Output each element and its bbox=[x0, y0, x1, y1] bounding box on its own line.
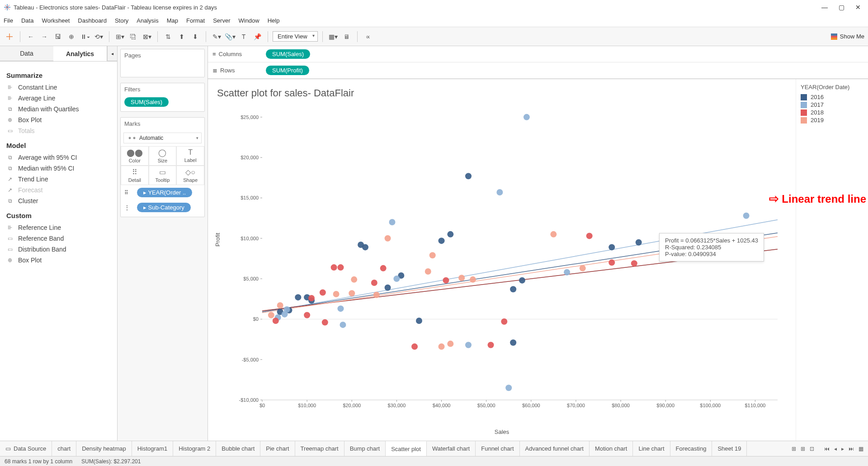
analytics-median-with-95-ci[interactable]: ⧉Median with 95% CI bbox=[6, 163, 111, 174]
close-button[interactable]: ✕ bbox=[855, 4, 861, 11]
tab-analytics[interactable]: Analytics bbox=[53, 46, 107, 61]
marks-type-dropdown[interactable]: ⚬⚬Automatic bbox=[123, 133, 202, 143]
new-sheet-button[interactable]: ⊞▾ bbox=[114, 31, 126, 43]
tab-list-icon[interactable]: ▦ bbox=[859, 446, 863, 452]
sort-desc-button[interactable]: ⬇ bbox=[189, 31, 201, 43]
sheet-tab-line-chart[interactable]: Line chart bbox=[633, 441, 670, 456]
marks-color[interactable]: ⬤⬤Color bbox=[121, 146, 149, 166]
analytics-reference-line[interactable]: ⊪Reference Line bbox=[6, 222, 111, 233]
analytics-box-plot[interactable]: ⊕Box Plot bbox=[6, 114, 111, 125]
y-axis-label: Profit bbox=[214, 233, 221, 246]
data-source-tab[interactable]: ▭Data Source bbox=[0, 441, 52, 456]
marks-tooltip[interactable]: ▭Tooltip bbox=[149, 166, 177, 185]
sheet-tab-histogram-2[interactable]: Histogram 2 bbox=[173, 441, 216, 456]
menu-map[interactable]: Map bbox=[167, 17, 178, 24]
analytics-forecast: ↗Forecast bbox=[6, 185, 111, 195]
sheet-tab-scatter-plot[interactable]: Scatter plot bbox=[386, 441, 427, 456]
tab-first-icon[interactable]: ⏮ bbox=[824, 446, 830, 452]
menu-server[interactable]: Server bbox=[213, 17, 230, 24]
new-dashboard-icon[interactable]: ⊞ bbox=[801, 446, 805, 452]
group-model: Model bbox=[6, 142, 111, 149]
menu-window[interactable]: Window bbox=[238, 17, 259, 24]
sheet-tab-funnel-chart[interactable]: Funnel chart bbox=[476, 441, 519, 456]
rows-pill[interactable]: SUM(Profit) bbox=[266, 66, 309, 75]
menu-data[interactable]: Data bbox=[21, 17, 33, 24]
sheet-tab-forecasting[interactable]: Forecasting bbox=[670, 441, 712, 456]
sheet-tab-motion-chart[interactable]: Motion chart bbox=[590, 441, 633, 456]
menu-analysis[interactable]: Analysis bbox=[137, 17, 158, 24]
analytics-reference-band[interactable]: ▭Reference Band bbox=[6, 233, 111, 244]
analytics-average-line[interactable]: ⊪Average Line bbox=[6, 93, 111, 104]
save-button[interactable]: 🖫 bbox=[52, 31, 64, 43]
pause-button[interactable]: ⏸▾ bbox=[79, 31, 91, 43]
duplicate-button[interactable]: ⿻ bbox=[127, 31, 139, 43]
share-button[interactable]: ∝ bbox=[362, 31, 374, 43]
legend-2017[interactable]: 2017 bbox=[801, 101, 863, 109]
sheet-tab-bubble-chart[interactable]: Bubble chart bbox=[216, 441, 260, 456]
show-hide-button[interactable]: ▦▾ bbox=[327, 31, 339, 43]
sheet-tab-pie-chart[interactable]: Pie chart bbox=[260, 441, 295, 456]
analytics-average-with-95-ci[interactable]: ⧉Average with 95% CI bbox=[6, 152, 111, 163]
presentation-button[interactable]: 🖥 bbox=[341, 31, 353, 43]
menu-help[interactable]: Help bbox=[268, 17, 280, 24]
minimize-button[interactable]: — bbox=[821, 4, 828, 11]
marks-label[interactable]: TLabel bbox=[176, 146, 204, 166]
menu-file[interactable]: File bbox=[4, 17, 13, 24]
mark-pill[interactable]: ▸ Sub-Category bbox=[137, 203, 191, 212]
sheet-tab-waterfall-chart[interactable]: Waterfall chart bbox=[427, 441, 476, 456]
maximize-button[interactable]: ▢ bbox=[839, 4, 844, 11]
svg-point-90 bbox=[337, 264, 344, 271]
show-me-button[interactable]: Show Me bbox=[831, 33, 864, 40]
panel-collapse-icon[interactable]: ◂ bbox=[107, 46, 117, 61]
analytics-median-with-quartiles[interactable]: ⧉Median with Quartiles bbox=[6, 104, 111, 114]
sheet-tab-bump-chart[interactable]: Bump chart bbox=[344, 441, 386, 456]
sheet-tab-advanced-funnel-chart[interactable]: Advanced funnel chart bbox=[520, 441, 590, 456]
tab-next-icon[interactable]: ▸ bbox=[841, 446, 844, 452]
sheet-tab-sheet-19[interactable]: Sheet 19 bbox=[712, 441, 747, 456]
sheet-tab-treemap-chart[interactable]: Treemap chart bbox=[295, 441, 344, 456]
sheet-tab-histogram1[interactable]: Histogram1 bbox=[132, 441, 173, 456]
svg-text:$70,000: $70,000 bbox=[567, 403, 585, 408]
new-data-button[interactable]: ⊕ bbox=[66, 31, 77, 43]
legend-2018[interactable]: 2018 bbox=[801, 109, 863, 116]
sort-asc-button[interactable]: ⬆ bbox=[176, 31, 188, 43]
analytics-box-plot[interactable]: ⊕Box Plot bbox=[6, 255, 111, 266]
new-story-icon[interactable]: ⊡ bbox=[810, 446, 814, 452]
analytics-distribution-band[interactable]: ▭Distribution Band bbox=[6, 244, 111, 255]
tableau-icon[interactable] bbox=[4, 31, 15, 43]
tab-prev-icon[interactable]: ◂ bbox=[834, 446, 837, 452]
sheet-tab-density-heatmap[interactable]: Density heatmap bbox=[76, 441, 132, 456]
tab-last-icon[interactable]: ⏭ bbox=[849, 446, 854, 452]
refresh-button[interactable]: ⟲▾ bbox=[93, 31, 104, 43]
sheet-tab-chart[interactable]: chart bbox=[52, 441, 76, 456]
columns-pill[interactable]: SUM(Sales) bbox=[266, 49, 310, 59]
menu-worksheet[interactable]: Worksheet bbox=[42, 17, 70, 24]
undo-button[interactable]: ← bbox=[25, 31, 37, 43]
menu-dashboard[interactable]: Dashboard bbox=[78, 17, 107, 24]
analytics-constant-line[interactable]: ⊪Constant Line bbox=[6, 82, 111, 93]
marks-size[interactable]: ◯Size bbox=[149, 146, 177, 166]
new-worksheet-icon[interactable]: ⊞ bbox=[792, 446, 796, 452]
marks-shape[interactable]: ◇○Shape bbox=[176, 166, 204, 185]
mark-pill[interactable]: ▸ YEAR(Order .. bbox=[137, 188, 192, 197]
swap-button[interactable]: ⇅ bbox=[162, 31, 174, 43]
group-button[interactable]: 📎▾ bbox=[224, 31, 236, 43]
analytics-trend-line[interactable]: ↗Trend Line bbox=[6, 174, 111, 185]
filter-pill[interactable]: SUM(Sales) bbox=[124, 97, 169, 107]
svg-point-98 bbox=[609, 259, 615, 266]
redo-button[interactable]: → bbox=[38, 31, 50, 43]
highlight-button[interactable]: ✎▾ bbox=[211, 31, 222, 43]
menu-format[interactable]: Format bbox=[186, 17, 205, 24]
text-button[interactable]: T bbox=[238, 31, 250, 43]
menu-story[interactable]: Story bbox=[115, 17, 128, 24]
analytics-cluster[interactable]: ⧉Cluster bbox=[6, 195, 111, 206]
tab-data[interactable]: Data bbox=[0, 46, 53, 61]
legend-2016[interactable]: 2016 bbox=[801, 93, 863, 101]
fit-dropdown[interactable]: Entire View bbox=[273, 31, 318, 42]
clear-button[interactable]: ⊠▾ bbox=[141, 31, 153, 43]
marks-detail[interactable]: ⠿Detail bbox=[121, 166, 149, 185]
svg-point-59 bbox=[385, 285, 391, 291]
pin-button[interactable]: 📌 bbox=[251, 31, 263, 43]
legend-2019[interactable]: 2019 bbox=[801, 116, 863, 124]
svg-point-62 bbox=[439, 238, 445, 244]
